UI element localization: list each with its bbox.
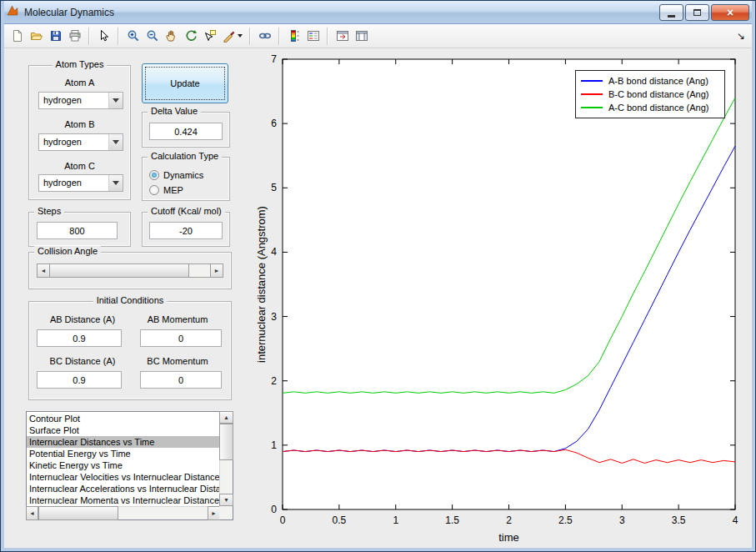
atom-types-title: Atom Types [53,59,108,69]
scrollbar-corner [219,506,233,519]
list-item[interactable]: Internuclear Distances vs Time [27,436,219,448]
scroll-left-arrow[interactable]: ◄ [26,506,38,520]
svg-text:1: 1 [271,439,277,451]
print-figure-icon [68,29,82,43]
atom-c-dropdown-arrow-icon[interactable] [108,175,123,191]
radio-mep[interactable]: MEP [149,185,183,195]
collision-angle-slider[interactable]: ◄ ► [37,263,223,278]
atom-b-dropdown[interactable]: hydrogen [38,133,123,151]
brush-data-button[interactable] [219,27,245,46]
print-figure-button[interactable] [65,27,84,46]
ab-momentum-field[interactable] [140,329,222,347]
update-button[interactable]: Update [142,63,228,103]
scroll-up-arrow[interactable]: ▲ [219,411,233,424]
insert-legend-button[interactable] [303,27,323,46]
bc-distance-field[interactable] [37,371,122,389]
legend-label-ab: A-B bond distance (Ang) [608,76,708,86]
save-figure-button[interactable] [46,27,65,46]
svg-text:2.5: 2.5 [558,514,573,526]
atom-a-label: Atom A [28,78,131,88]
pointer-icon [98,29,111,43]
insert-colorbar-button[interactable] [284,27,303,46]
save-figure-icon [49,29,63,43]
steps-field[interactable] [37,222,118,239]
pan-button[interactable] [162,27,181,46]
atom-a-dropdown-arrow-icon[interactable] [108,93,123,108]
axes-canvas[interactable]: 00.511.522.533.5401234567 [243,53,753,549]
legend-line-ab [581,80,603,82]
show-plot-tools-button[interactable] [352,27,371,46]
list-item[interactable]: Internuclear Velocities vs Internuclear … [27,471,219,483]
list-item[interactable]: Kinetic Energy vs Time [27,459,219,471]
slider-track[interactable] [189,264,210,277]
new-document-button[interactable] [8,27,27,46]
plot-area[interactable]: 00.511.522.533.5401234567 [243,53,753,549]
legend-entry: B-C bond distance (Ang) [581,88,719,101]
svg-text:0: 0 [271,504,277,515]
vertical-scroll-thumb[interactable] [219,424,233,460]
list-item[interactable]: Internuclear Accelerations vs Internucle… [27,483,219,494]
vertical-scroll-track[interactable] [220,460,233,494]
radio-dynamics[interactable]: Dynamics [149,170,203,180]
toolbar-separator [88,28,90,45]
rotate-3d-button[interactable] [181,27,200,46]
scroll-down-arrow[interactable]: ▼ [219,494,233,506]
svg-text:3.5: 3.5 [672,514,686,526]
svg-text:3: 3 [271,311,277,323]
zoom-out-button[interactable] [143,27,162,46]
bc-momentum-field[interactable] [140,371,222,389]
list-item[interactable]: Surface Plot [27,424,219,436]
list-item[interactable]: Contour Plot [27,413,219,424]
close-button[interactable]: × [711,4,749,21]
horizontal-scroll-thumb[interactable] [38,506,118,520]
legend-label-bc: B-C bond distance (Ang) [608,89,708,99]
ab-distance-label: AB Distance (A) [37,314,128,324]
listbox-vertical-scrollbar[interactable]: ▲ ▼ [219,412,233,506]
svg-text:4: 4 [733,514,738,526]
atom-a-dropdown[interactable]: hydrogen [38,92,123,109]
list-item[interactable]: Internuclear Momenta vs Internuclear Dis… [27,494,219,506]
delta-value-field[interactable] [149,123,223,140]
atom-b-dropdown-arrow-icon[interactable] [108,134,123,150]
legend-entry: A-C bond distance (Ang) [581,101,719,114]
edit-plot-pointer-button[interactable] [94,27,113,46]
slider-left-arrow[interactable]: ◄ [37,263,50,278]
open-file-button[interactable] [27,27,46,46]
listbox-horizontal-scrollbar[interactable]: ◄ ► [27,506,219,519]
zoom-in-button[interactable] [123,27,143,46]
svg-text:3: 3 [619,514,625,526]
link-plots-button[interactable] [255,27,274,46]
list-item[interactable]: Potential Energy vs Time [27,448,219,459]
atom-b-value: hydrogen [39,134,108,150]
legend-line-bc [581,93,603,95]
plot-legend[interactable]: A-B bond distance (Ang) B-C bond distanc… [575,70,725,118]
toolbar-separator [249,28,251,45]
maximize-button[interactable] [685,4,709,21]
dock-figure-icon[interactable]: ↘ [737,30,745,42]
radio-dynamics-label: Dynamics [163,170,203,180]
atom-c-value: hydrogen [39,175,108,191]
plot-type-listbox: Contour Plot Surface Plot Internuclear D… [26,411,233,520]
slider-right-arrow[interactable]: ► [210,263,223,278]
svg-text:2: 2 [506,514,512,526]
slider-thumb[interactable] [49,263,189,278]
scroll-right-arrow[interactable]: ► [208,506,220,520]
svg-text:7: 7 [271,53,277,65]
atom-c-dropdown[interactable]: hydrogen [38,174,123,192]
atom-b-label: Atom B [28,119,131,129]
svg-text:4: 4 [271,246,277,258]
cutoff-title: Cutoff (Kcal/ mol) [148,206,225,216]
horizontal-scroll-track[interactable] [118,507,208,519]
minimize-icon [668,15,675,18]
ab-distance-field[interactable] [37,329,122,347]
data-cursor-button[interactable] [200,27,219,46]
brush-icon [223,29,236,43]
hide-plot-tools-button[interactable] [333,27,352,46]
link-icon [258,29,272,43]
cutoff-field[interactable] [149,222,223,239]
brush-dropdown-caret-icon[interactable] [238,34,243,38]
svg-text:2: 2 [271,375,277,387]
maximize-icon [693,9,701,16]
minimize-button[interactable] [659,4,683,21]
toolbar-separator [278,28,280,45]
